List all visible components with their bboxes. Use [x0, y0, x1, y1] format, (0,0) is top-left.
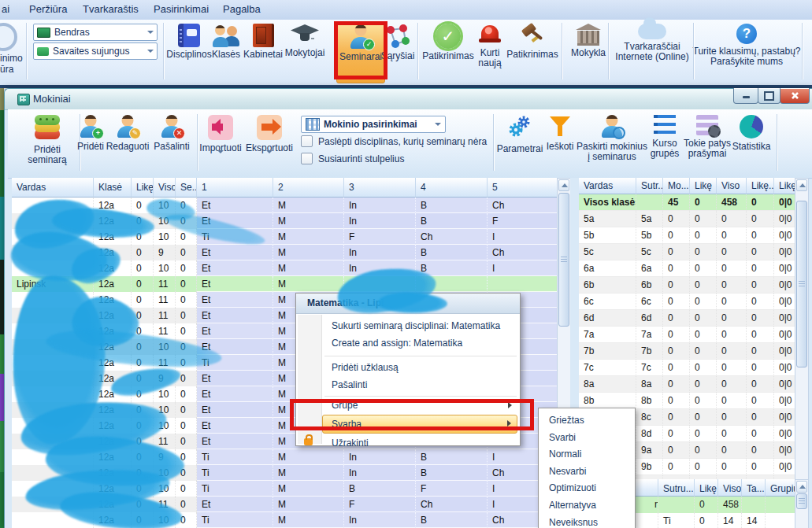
ribbon-button-tvarkara-iai-internete-online[interactable]: Tvarkaraščiai Internete (Online)	[611, 22, 693, 82]
ribbon-button-klas-s[interactable]: Klasės	[207, 22, 245, 82]
search-icon	[549, 115, 571, 138]
column-header-lik[interactable]: Likę	[132, 178, 154, 198]
subject-cell: M	[273, 512, 344, 528]
ribbon-button-kabinetai[interactable]: Kabinetai	[241, 22, 285, 82]
column-header-vardas[interactable]: Vardas	[579, 178, 636, 194]
class-row[interactable]: 8a8a00000|0	[579, 376, 799, 393]
minimize-button[interactable]	[733, 88, 758, 104]
column-header-klas[interactable]: Klasė	[94, 178, 132, 198]
column-header-viso[interactable]: Viso	[718, 479, 742, 497]
student-choices-select[interactable]: Mokinio pasirinkimai	[301, 116, 446, 133]
class-cell: 0	[747, 343, 774, 360]
classes-total-row[interactable]: Visos klasės45045800|0	[579, 194, 799, 211]
view-mode-select[interactable]: Bendras	[33, 24, 158, 41]
column-header-se[interactable]: Se...	[176, 178, 197, 198]
class-row[interactable]: 7b7b00000|0	[579, 343, 799, 360]
menu-item-per-i-ra[interactable]: Peržiūra	[29, 3, 67, 15]
class-row[interactable]: 8b8b00000|0	[579, 393, 799, 409]
ribbon-button-patikrinimas[interactable]: Patikrinimas	[501, 22, 564, 82]
menu-item-sukurti-seminar-disciplinai-matematika[interactable]: Sukurti seminarą disciplinai: Matematika	[323, 318, 517, 334]
menu-item-tvarkara-tis[interactable]: Tvarkaraštis	[83, 3, 139, 15]
toolbar-button-paskirti-mokinius-seminarus[interactable]: Paskirti mokinius į seminarus	[575, 113, 649, 162]
submenu-item-svarbi[interactable]: Svarbi	[541, 430, 632, 446]
scrollbar-thumb[interactable]	[796, 201, 807, 367]
subject-cell: Ch	[488, 198, 561, 213]
column-header-2[interactable]: 2	[273, 178, 344, 198]
column-header-lik[interactable]: Likę	[690, 178, 717, 194]
class-cell: 0	[717, 426, 747, 442]
column-header-lik[interactable]: Likę	[695, 479, 718, 497]
column-header-viso[interactable]: Viso	[717, 178, 747, 194]
class-row[interactable]: 7a7a00000|0	[579, 327, 799, 343]
column-header-3[interactable]: 3	[344, 178, 416, 198]
class-row[interactable]: 6c6c00000|0	[579, 294, 799, 310]
class-row[interactable]: 5b5b00000|0	[579, 227, 799, 244]
submenu-item-nesvarbi[interactable]: Nesvarbi	[541, 463, 632, 480]
toolbar-button-prid-ti-seminar[interactable]: Pridėti seminarą	[17, 113, 77, 165]
toolbar-button-importuoti[interactable]: Importuoti	[196, 113, 245, 164]
week-mode-select[interactable]: Savaites sujungus	[33, 42, 158, 60]
class-row[interactable]: 6a6a00000|0	[579, 260, 799, 277]
class-row[interactable]: 6d6d00000|0	[579, 310, 799, 327]
ribbon-button-turite-klausim-pastab-para-ykite-mums[interactable]: Turite klausimų, pastabų? Parašykite mum…	[691, 22, 802, 82]
menu-item-create-and-assign-matematika[interactable]: Create and assign: Matematika	[323, 335, 517, 352]
summary-cell	[766, 513, 799, 528]
subject-cell: In	[344, 213, 416, 229]
menu-item-pagalba[interactable]: Pagalba	[223, 3, 261, 15]
toolbar-button-statistika[interactable]: Statistika	[729, 113, 774, 152]
scrollbar-thumb[interactable]	[558, 193, 569, 327]
column-header-5[interactable]: 5	[488, 178, 561, 198]
green-panel-icon	[37, 47, 49, 56]
menu-item-prid-ti-u-klaus[interactable]: Pridėti užklausą	[323, 360, 517, 376]
scroll-up-icon[interactable]	[796, 179, 807, 191]
column-header-sutr[interactable]: Sutr...	[636, 178, 663, 194]
submenu-item-alternatyva[interactable]: Alternatyva	[541, 497, 632, 514]
hide-disciplines-option: Paslėpti disciplinas, kurių seminarų nėr…	[301, 135, 487, 147]
ribbon-button-mokykla[interactable]: Mokykla	[565, 22, 611, 82]
summary-scrollbar[interactable]	[795, 479, 809, 528]
column-header-lik[interactable]: Likę...	[747, 178, 774, 194]
ribbon-button-disciplinos[interactable]: Disciplinos	[165, 22, 213, 82]
class-row[interactable]: 7c7c00000|0	[579, 360, 799, 376]
column-header-sutru[interactable]: Sutru...	[658, 479, 695, 497]
menu-item-pa-alinti[interactable]: Pašalinti	[323, 377, 517, 393]
toolbar-button-pa-alinti[interactable]: ✕Pašalinti	[147, 113, 196, 152]
toolbar-button-ie-koti[interactable]: Ieškoti	[540, 113, 580, 152]
submenu-item-optimizuoti[interactable]: Optimizuoti	[541, 480, 632, 497]
column-header-1[interactable]: 1	[197, 178, 273, 198]
menu-item-ai[interactable]: ai	[2, 3, 9, 15]
toolbar-button-redaguoti[interactable]: ✎Redaguoti	[101, 113, 154, 152]
column-header-ta[interactable]: Ta...	[742, 479, 766, 497]
class-cell: 0	[747, 459, 774, 475]
class-row[interactable]: 5a5a00000|0	[579, 211, 799, 227]
window-title-bar[interactable]: Mokiniai	[5, 89, 812, 110]
hide-disciplines-checkbox[interactable]	[301, 135, 313, 147]
class-row[interactable]: 6b6b00000|0	[579, 277, 799, 294]
maximize-button[interactable]	[758, 88, 780, 104]
menu-item-u-rakinti[interactable]: Užrakinti	[323, 435, 517, 452]
scroll-up-icon[interactable]	[796, 481, 807, 493]
toolbar-button-tokie-patys-pra-ymai[interactable]: Tokie patys prašymai	[679, 113, 736, 159]
toolbar-button-parametrai[interactable]: Parametrai	[495, 113, 545, 154]
menu-item-pasirinkimai[interactable]: Pasirinkimai	[154, 3, 209, 15]
classes-scrollbar[interactable]	[795, 178, 809, 481]
column-header-mo[interactable]: Mo...	[663, 178, 690, 194]
subject-cell: M	[273, 260, 344, 276]
close-button[interactable]	[780, 88, 810, 104]
submenu-item-grie-tas[interactable]: Griežtas	[541, 412, 632, 429]
submenu-item-normali[interactable]: Normali	[541, 446, 632, 463]
column-header-grupi-p[interactable]: Grupių p...	[766, 479, 799, 497]
column-header-viso[interactable]: Viso	[154, 178, 176, 198]
class-row[interactable]: 5c5c00000|0	[579, 244, 799, 260]
toolbar-button-eksportuoti[interactable]: Eksportuoti	[243, 113, 295, 164]
scroll-up-icon[interactable]	[558, 179, 569, 191]
class-cell: 7a	[636, 327, 663, 343]
ribbon-button-patikrinimas[interactable]: Patikrinimas	[417, 22, 480, 82]
scrollbar-thumb[interactable]	[796, 493, 807, 509]
column-header-vardas[interactable]: Vardas	[12, 178, 94, 198]
narrow-columns-checkbox[interactable]	[301, 153, 313, 164]
ribbon-button-mokytojai[interactable]: Mokytojai	[281, 22, 328, 82]
column-header-4[interactable]: 4	[416, 178, 488, 198]
subject-cell: F	[344, 497, 416, 512]
submenu-item-neveiksnus[interactable]: Neveiksnus	[541, 515, 632, 528]
